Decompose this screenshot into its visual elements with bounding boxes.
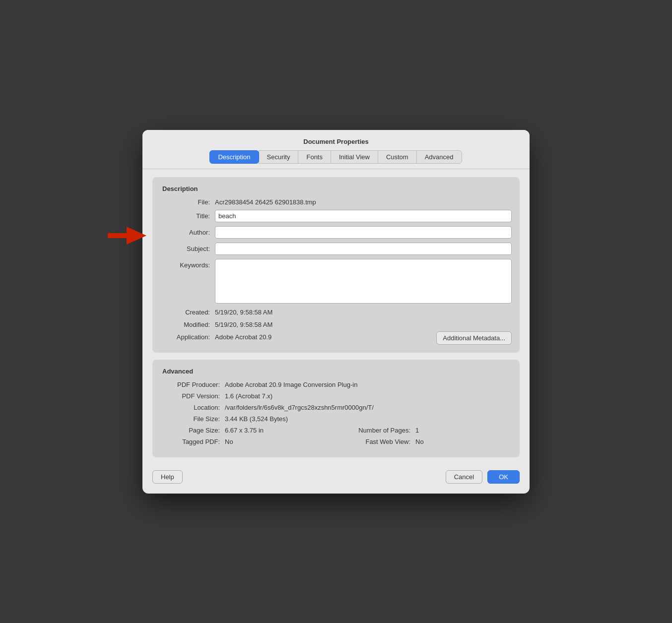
keywords-label: Keywords: (160, 259, 215, 269)
modified-label: Modified: (160, 321, 215, 328)
title-input[interactable] (215, 210, 512, 222)
pdf-version-row: PDF Version: 1.6 (Acrobat 7.x) (160, 392, 512, 400)
tabs-container: Description Security Fonts Initial View … (142, 150, 530, 169)
document-properties-dialog: Document Properties Description Security… (142, 130, 530, 494)
title-label: Title: (160, 212, 215, 220)
location-label: Location: (160, 404, 225, 411)
page-size-value: 6.67 x 3.75 in (225, 427, 264, 434)
modified-row: Modified: 5/19/20, 9:58:58 AM (160, 321, 272, 328)
file-size-value: 3.44 KB (3,524 Bytes) (225, 415, 288, 423)
author-label: Author: (160, 229, 215, 236)
tagged-pdf-left: Tagged PDF: No (160, 438, 336, 445)
file-label: File: (160, 198, 215, 206)
meta-row: Created: 5/19/20, 9:58:58 AM Modified: 5… (160, 309, 512, 345)
modified-value: 5/19/20, 9:58:58 AM (215, 321, 272, 328)
keywords-textarea[interactable] (215, 259, 512, 304)
dialog-content: Description File: Acr29838454 26425 6290… (142, 169, 530, 465)
author-row: Author: (160, 226, 512, 239)
fast-web-view-value: No (415, 438, 424, 445)
author-input[interactable] (215, 226, 512, 239)
tagged-pdf-value: No (225, 438, 233, 445)
arrow-indicator (108, 227, 146, 245)
cancel-button[interactable]: Cancel (446, 470, 482, 484)
description-section-title: Description (162, 185, 512, 192)
tab-custom[interactable]: Custom (378, 150, 417, 164)
application-label: Application: (160, 333, 215, 341)
page-size-row: Page Size: 6.67 x 3.75 in Number of Page… (160, 427, 512, 434)
num-pages-right: Number of Pages: 1 (336, 427, 512, 434)
file-value: Acr29838454 26425 62901838.tmp (215, 198, 316, 206)
ok-button[interactable]: OK (487, 470, 520, 484)
num-pages-value: 1 (415, 427, 419, 434)
subject-label: Subject: (160, 245, 215, 252)
file-size-label: File Size: (160, 415, 225, 423)
page-size-label: Page Size: (160, 427, 225, 434)
location-row: Location: /var/folders/lr/6s6v8k_d7rgcs2… (160, 404, 512, 411)
advanced-properties-section: Advanced PDF Producer: Adobe Acrobat 20.… (152, 360, 520, 457)
advanced-section-title: Advanced (162, 368, 512, 375)
subject-input[interactable] (215, 243, 512, 255)
subject-row: Subject: (160, 243, 512, 255)
tagged-pdf-label: Tagged PDF: (160, 438, 225, 445)
created-value: 5/19/20, 9:58:58 AM (215, 309, 272, 316)
tab-advanced[interactable]: Advanced (416, 150, 462, 164)
created-label: Created: (160, 309, 215, 316)
application-row: Application: Adobe Acrobat 20.9 (160, 333, 272, 341)
pdf-version-label: PDF Version: (160, 392, 225, 400)
pdf-producer-value: Adobe Acrobat 20.9 Image Conversion Plug… (225, 381, 357, 388)
created-row: Created: 5/19/20, 9:58:58 AM (160, 309, 272, 316)
meta-left: Created: 5/19/20, 9:58:58 AM Modified: 5… (160, 309, 272, 345)
fast-web-view-label: Fast Web View: (336, 438, 415, 445)
pdf-producer-row: PDF Producer: Adobe Acrobat 20.9 Image C… (160, 381, 512, 388)
tab-initial-view[interactable]: Initial View (331, 150, 378, 164)
dialog-footer: Help Cancel OK (142, 465, 530, 484)
fast-web-view-right: Fast Web View: No (336, 438, 512, 445)
description-section: Description File: Acr29838454 26425 6290… (152, 177, 520, 353)
title-row: Title: (160, 210, 512, 222)
tab-description[interactable]: Description (209, 150, 259, 164)
application-value: Adobe Acrobat 20.9 (215, 333, 271, 341)
keywords-row: Keywords: (160, 259, 512, 304)
tab-security[interactable]: Security (259, 150, 299, 164)
page-size-left: Page Size: 6.67 x 3.75 in (160, 427, 336, 434)
file-size-row: File Size: 3.44 KB (3,524 Bytes) (160, 415, 512, 423)
additional-metadata-button[interactable]: Additional Metadata... (436, 331, 512, 345)
pdf-producer-label: PDF Producer: (160, 381, 225, 388)
footer-right-buttons: Cancel OK (446, 470, 520, 484)
tab-fonts[interactable]: Fonts (298, 150, 331, 164)
location-value: /var/folders/lr/6s6v8k_d7rgcs28xzshn5rmr… (225, 404, 374, 411)
pdf-version-value: 1.6 (Acrobat 7.x) (225, 392, 272, 400)
num-pages-label: Number of Pages: (336, 427, 415, 434)
dialog-title: Document Properties (142, 130, 530, 150)
file-row: File: Acr29838454 26425 62901838.tmp (160, 198, 512, 206)
tagged-pdf-row: Tagged PDF: No Fast Web View: No (160, 438, 512, 445)
help-button[interactable]: Help (152, 470, 183, 484)
